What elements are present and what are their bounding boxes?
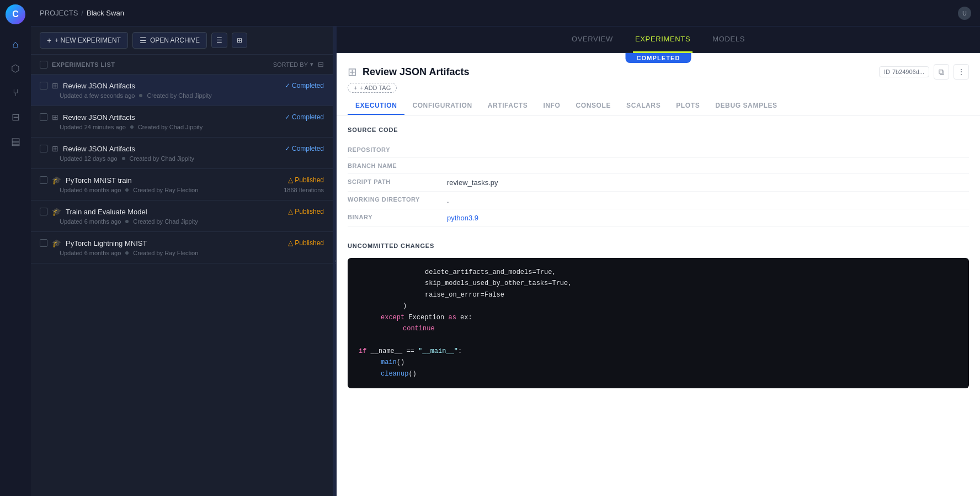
source-code-section-title: SOURCE CODE bbox=[348, 126, 969, 133]
field-value: python3.9 bbox=[447, 209, 969, 227]
created-by: Created by Ray Flection bbox=[133, 250, 198, 256]
field-label: WORKING DIRECTORY bbox=[348, 192, 447, 209]
toolbar: + + NEW EXPERIMENT ☰ OPEN ARCHIVE ☰ ⊞ bbox=[31, 27, 333, 55]
created-by: Created by Chad Jippity bbox=[147, 92, 211, 99]
item-checkbox[interactable] bbox=[40, 208, 47, 215]
nav-home[interactable]: ⌂ bbox=[4, 33, 26, 55]
created-by: Created by Ray Flection bbox=[133, 187, 198, 193]
new-experiment-button[interactable]: + + NEW EXPERIMENT bbox=[40, 32, 128, 49]
filter-button[interactable]: ⊟ bbox=[318, 60, 324, 68]
grid-view-button[interactable]: ⊞ bbox=[232, 33, 247, 48]
created-by: Created by Chad Jippity bbox=[130, 155, 194, 162]
detail-content: SOURCE CODE REPOSITORY BRANCH NAME SCRIP… bbox=[337, 115, 980, 496]
tab-execution[interactable]: EXECUTION bbox=[348, 97, 404, 115]
right-panel: OVERVIEW EXPERIMENTS MODELS COMPLETED ⊞ … bbox=[337, 27, 980, 496]
tab-console[interactable]: CONSOLE bbox=[568, 97, 619, 115]
experiments-list: ⊞ Review JSON Artifacts ✓ Completed Upda… bbox=[31, 75, 333, 496]
experiment-icon: ⊞ bbox=[52, 113, 58, 122]
status-badge: △ Published bbox=[288, 176, 324, 184]
tab-plots[interactable]: PLOTS bbox=[668, 97, 707, 115]
completed-badge: COMPLETED bbox=[626, 53, 691, 63]
id-label: ID bbox=[884, 68, 890, 75]
table-row: WORKING DIRECTORY . bbox=[348, 192, 969, 209]
nav-experiments[interactable]: ⬡ bbox=[4, 57, 26, 80]
table-row: BRANCH NAME bbox=[348, 158, 969, 174]
experiment-name: Review JSON Artifacts bbox=[63, 82, 280, 90]
detail-tabs: EXECUTION CONFIGURATION ARTIFACTS INFO C… bbox=[348, 97, 969, 115]
list-item[interactable]: 🎓 PyTorch MNIST train △ Published Update… bbox=[31, 169, 333, 200]
nav-models[interactable]: ▤ bbox=[4, 130, 26, 152]
code-line: continue bbox=[359, 323, 958, 334]
code-line: ) bbox=[359, 300, 958, 312]
created-by: Created by Chad Jippity bbox=[138, 124, 203, 130]
status-badge: △ Published bbox=[288, 208, 324, 215]
code-line: if __name__ == "__main__": bbox=[359, 346, 958, 357]
item-checkbox[interactable] bbox=[40, 113, 47, 121]
copy-button[interactable]: ⧉ bbox=[934, 64, 949, 80]
grid-icon: ⊞ bbox=[237, 36, 242, 44]
detail-title-row: ⊞ Review JSON Artifacts ID 7b24906d... ⧉… bbox=[348, 64, 969, 80]
current-project: Black Swan bbox=[87, 9, 124, 17]
source-code-table: REPOSITORY BRANCH NAME SCRIPT PATH revie… bbox=[348, 142, 969, 227]
code-block: delete_artifacts_and_models=True, skip_m… bbox=[348, 258, 969, 388]
field-label: BINARY bbox=[348, 209, 447, 227]
tab-models[interactable]: MODELS bbox=[710, 27, 747, 53]
detail-title: Review JSON Artifacts bbox=[363, 66, 874, 78]
tab-experiments[interactable]: EXPERIMENTS bbox=[633, 27, 693, 53]
id-value: 7b24906d... bbox=[892, 68, 924, 75]
user-avatar[interactable]: U bbox=[958, 7, 971, 20]
code-line: main() bbox=[359, 357, 958, 368]
model-icon: 🎓 bbox=[52, 176, 61, 184]
tab-artifacts[interactable]: ARTIFACTS bbox=[480, 97, 536, 115]
add-tag-button[interactable]: + + ADD TAG bbox=[348, 83, 397, 93]
created-by: Created by Chad Jippity bbox=[133, 218, 198, 225]
nav-pipelines[interactable]: ⑂ bbox=[4, 82, 26, 104]
item-checkbox[interactable] bbox=[40, 176, 47, 184]
more-options-button[interactable]: ⋮ bbox=[954, 64, 969, 80]
field-label: REPOSITORY bbox=[348, 142, 447, 158]
plus-icon: + bbox=[47, 36, 51, 45]
field-value: . bbox=[447, 192, 969, 209]
archive-icon: ☰ bbox=[140, 36, 147, 45]
uncommitted-changes-title: UNCOMMITTED CHANGES bbox=[348, 242, 969, 249]
list-item[interactable]: 🎓 Train and Evaluate Model △ Published U… bbox=[31, 200, 333, 232]
tab-overview[interactable]: OVERVIEW bbox=[569, 27, 615, 53]
experiments-list-title: EXPERIMENTS LIST bbox=[52, 61, 115, 68]
tab-debug-samples[interactable]: DEBUG SAMPLES bbox=[707, 97, 785, 115]
dot-separator bbox=[125, 251, 129, 255]
updated-time: Updated 12 days ago bbox=[60, 155, 118, 162]
dot-separator bbox=[130, 125, 134, 129]
code-line: delete_artifacts_and_models=True, bbox=[359, 267, 958, 278]
topbar: PROJECTS / Black Swan U bbox=[31, 0, 980, 27]
list-item[interactable]: ⊞ Review JSON Artifacts ✓ Completed Upda… bbox=[31, 138, 333, 169]
item-checkbox[interactable] bbox=[40, 82, 47, 89]
list-view-button[interactable]: ☰ bbox=[211, 33, 227, 48]
breadcrumb: PROJECTS / Black Swan bbox=[40, 9, 124, 17]
open-archive-button[interactable]: ☰ OPEN ARCHIVE bbox=[132, 32, 207, 49]
nav-datasets[interactable]: ⊟ bbox=[4, 106, 26, 128]
item-checkbox[interactable] bbox=[40, 239, 47, 247]
plus-tag-icon: + bbox=[354, 85, 357, 91]
list-icon: ☰ bbox=[216, 36, 222, 44]
global-nav: OVERVIEW EXPERIMENTS MODELS bbox=[337, 27, 980, 53]
select-all-checkbox[interactable] bbox=[40, 61, 47, 68]
breadcrumb-separator: / bbox=[81, 9, 83, 17]
tab-scalars[interactable]: SCALARS bbox=[619, 97, 668, 115]
iterations: 1868 Iterations bbox=[284, 187, 324, 193]
updated-time: Updated 6 months ago bbox=[60, 250, 121, 256]
projects-link[interactable]: PROJECTS bbox=[40, 9, 78, 17]
tab-info[interactable]: INFO bbox=[535, 97, 568, 115]
sidebar-nav: C ⌂ ⬡ ⑂ ⊟ ▤ bbox=[0, 0, 31, 496]
experiment-id: ID 7b24906d... bbox=[879, 66, 929, 77]
tab-configuration[interactable]: CONFIGURATION bbox=[404, 97, 480, 115]
code-line: raise_on_error=False bbox=[359, 289, 958, 300]
sort-button[interactable]: SORTED BY ▾ bbox=[273, 61, 313, 68]
list-item[interactable]: 🎓 PyTorch Lightning MNIST △ Published Up… bbox=[31, 232, 333, 263]
list-item[interactable]: ⊞ Review JSON Artifacts ✓ Completed Upda… bbox=[31, 106, 333, 138]
chevron-down-icon: ▾ bbox=[310, 61, 313, 68]
detail-header: COMPLETED ⊞ Review JSON Artifacts ID 7b2… bbox=[337, 53, 980, 115]
item-checkbox[interactable] bbox=[40, 145, 47, 152]
status-badge: ✓ Completed bbox=[285, 145, 324, 152]
list-item[interactable]: ⊞ Review JSON Artifacts ✓ Completed Upda… bbox=[31, 75, 333, 106]
content-body: + + NEW EXPERIMENT ☰ OPEN ARCHIVE ☰ ⊞ EX… bbox=[31, 27, 980, 496]
